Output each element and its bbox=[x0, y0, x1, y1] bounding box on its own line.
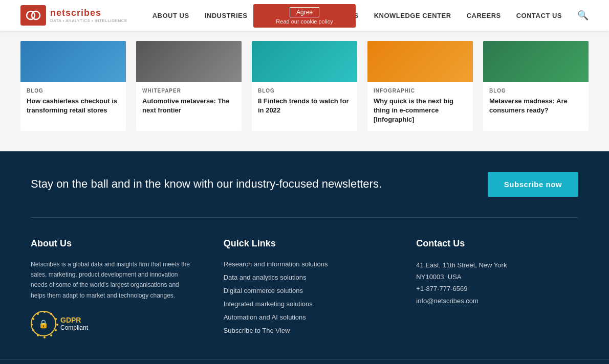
logo[interactable]: netscribes DATA • ANALYTICS • INTELLIGEN… bbox=[20, 5, 127, 26]
logo-name: netscribes bbox=[50, 8, 127, 18]
footer-link-item-4: Integrated marketing solutions bbox=[224, 299, 386, 308]
footer-link-3[interactable]: Digital commerce solutions bbox=[224, 287, 303, 294]
card-2-image bbox=[136, 41, 242, 82]
svg-point-1 bbox=[32, 11, 40, 19]
footer-link-item-5: Automation and AI solutions bbox=[224, 312, 386, 322]
gdpr-circle: 🔒 bbox=[31, 311, 56, 336]
gdpr-label: GDPR bbox=[60, 316, 88, 324]
card-2-type: WHITEPAPER bbox=[142, 88, 235, 94]
footer-about-heading: About Us bbox=[31, 238, 193, 249]
footer-link-item-1: Research and information solutions bbox=[224, 259, 386, 268]
card-1-title: How cashierless checkout is transforming… bbox=[27, 97, 120, 115]
footer-link-item-3: Digital commerce solutions bbox=[224, 286, 386, 295]
footer-link-1[interactable]: Research and information solutions bbox=[224, 260, 328, 268]
footer-email[interactable]: info@netscribes.com bbox=[416, 297, 478, 305]
svg-point-6 bbox=[55, 329, 57, 331]
nav-knowledge-center[interactable]: KNOWLEDGE CENTER bbox=[374, 12, 451, 19]
card-3-type: BLOG bbox=[258, 88, 351, 94]
nav-industries[interactable]: INDUSTRIES bbox=[205, 12, 248, 19]
footer-link-2[interactable]: Data and analytics solutions bbox=[224, 274, 307, 281]
card-5-image bbox=[483, 41, 589, 82]
footer-contact-heading: Contact Us bbox=[416, 238, 578, 249]
card-3-image bbox=[252, 41, 357, 82]
card-1-image bbox=[20, 41, 126, 82]
card-5[interactable]: BLOG Metaverse madness: Are consumers re… bbox=[483, 41, 589, 131]
newsletter-section: Stay on the ball and in the know with ou… bbox=[0, 151, 609, 217]
footer-link-5[interactable]: Automation and AI solutions bbox=[224, 313, 306, 321]
cookie-banner: Agree Read our cookie policy bbox=[253, 4, 356, 28]
footer-about-text: Netscribes is a global data and insights… bbox=[31, 259, 193, 301]
svg-point-7 bbox=[50, 334, 52, 336]
svg-point-11 bbox=[31, 324, 33, 326]
card-3-title: 8 Fintech trends to watch for in 2022 bbox=[258, 97, 351, 115]
gdpr-text-block: GDPR Compliant bbox=[60, 316, 88, 331]
newsletter-text: Stay on the ball and in the know with ou… bbox=[31, 177, 488, 191]
footer-about-col: About Us Netscribes is a global data and… bbox=[31, 238, 193, 339]
card-1-type: BLOG bbox=[27, 88, 120, 94]
footer-link-item-2: Data and analytics solutions bbox=[224, 272, 386, 282]
cookie-agree-button[interactable]: Agree bbox=[290, 7, 319, 17]
nav-contact-us[interactable]: CONTACT US bbox=[516, 12, 562, 19]
nav-careers[interactable]: CAREERS bbox=[467, 12, 501, 19]
card-4[interactable]: INFOGRAPHIC Why quick is the next big th… bbox=[367, 41, 473, 131]
svg-point-4 bbox=[55, 318, 57, 320]
footer-address-text: 41 East, 11th Street, New York NY10003, … bbox=[416, 261, 507, 281]
svg-point-2 bbox=[44, 311, 46, 313]
svg-point-3 bbox=[50, 313, 52, 315]
footer-quick-links-heading: Quick Links bbox=[224, 238, 386, 249]
search-icon[interactable]: 🔍 bbox=[577, 10, 589, 21]
card-3[interactable]: BLOG 8 Fintech trends to watch for in 20… bbox=[252, 41, 357, 131]
card-5-title: Metaverse madness: Are consumers ready? bbox=[489, 97, 582, 115]
footer-link-item-6: Subscribe to The View bbox=[224, 326, 386, 335]
card-4-image bbox=[367, 41, 473, 82]
nav-links: ABOUT US INDUSTRIES SOLUTIONS PRODUCTS K… bbox=[153, 10, 589, 21]
svg-point-10 bbox=[32, 329, 34, 331]
card-4-type: INFOGRAPHIC bbox=[374, 88, 467, 94]
logo-icon bbox=[20, 5, 46, 26]
logo-tagline: DATA • ANALYTICS • INTELLIGENCE bbox=[50, 18, 127, 23]
cards-row: BLOG How cashierless checkout is transfo… bbox=[20, 41, 589, 131]
cards-section: BLOG How cashierless checkout is transfo… bbox=[0, 31, 609, 151]
footer: About Us Netscribes is a global data and… bbox=[0, 218, 609, 359]
svg-point-5 bbox=[56, 324, 58, 326]
card-2[interactable]: WHITEPAPER Automotive metaverse: The nex… bbox=[136, 41, 242, 131]
footer-phone[interactable]: +1-877-777-6569 bbox=[416, 285, 467, 292]
card-5-type: BLOG bbox=[489, 88, 582, 94]
logo-text: netscribes DATA • ANALYTICS • INTELLIGEN… bbox=[50, 8, 127, 23]
card-2-title: Automotive metaverse: The next frontier bbox=[142, 97, 235, 115]
navbar: Agree Read our cookie policy netscribes … bbox=[0, 0, 609, 31]
cookie-read-label: Read our cookie policy bbox=[276, 18, 333, 25]
svg-point-13 bbox=[37, 313, 39, 315]
footer-quick-links-col: Quick Links Research and information sol… bbox=[224, 238, 386, 339]
gdpr-stars-svg bbox=[31, 311, 58, 338]
subscribe-button[interactable]: Subscribe now bbox=[488, 172, 578, 197]
card-1[interactable]: BLOG How cashierless checkout is transfo… bbox=[20, 41, 126, 131]
svg-point-8 bbox=[44, 336, 46, 338]
footer-contact-address: 41 East, 11th Street, New York NY10003, … bbox=[416, 259, 578, 307]
nav-about-us[interactable]: ABOUT US bbox=[153, 12, 189, 19]
bottom-bar: 2022 © Netscribes. All Rights Reserved. … bbox=[0, 359, 609, 364]
footer-contact-col: Contact Us 41 East, 11th Street, New Yor… bbox=[416, 238, 578, 339]
footer-link-4[interactable]: Integrated marketing solutions bbox=[224, 300, 313, 308]
gdpr-sub: Compliant bbox=[60, 324, 88, 331]
svg-point-9 bbox=[37, 334, 39, 336]
footer-link-6[interactable]: Subscribe to The View bbox=[224, 327, 290, 334]
svg-point-12 bbox=[32, 318, 34, 320]
footer-links-list: Research and information solutions Data … bbox=[224, 259, 386, 335]
gdpr-badge: 🔒 GDPR Compliant bbox=[31, 311, 193, 336]
card-4-title: Why quick is the next big thing in e-com… bbox=[374, 97, 467, 125]
